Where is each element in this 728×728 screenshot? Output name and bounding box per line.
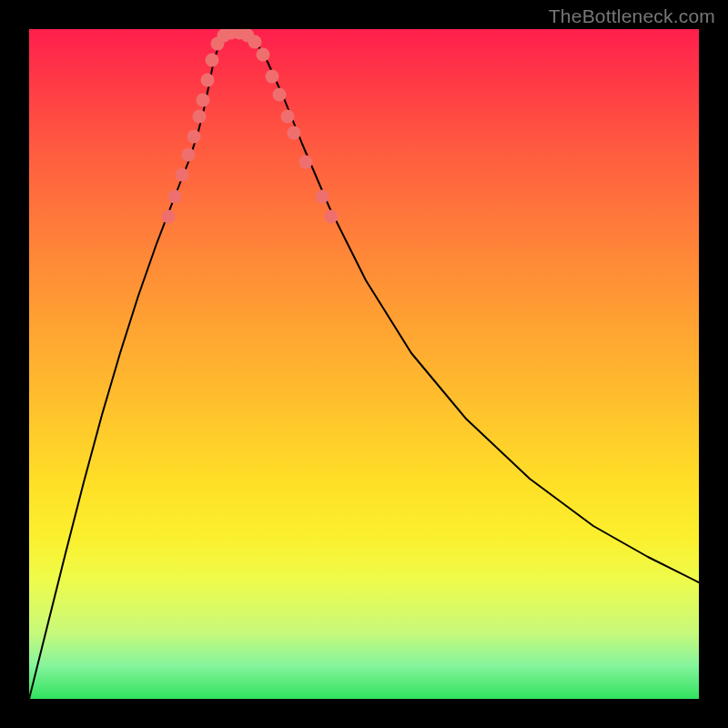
- data-dot: [197, 94, 210, 107]
- data-dot: [266, 70, 279, 84]
- curves-svg: [29, 29, 699, 699]
- data-dot: [299, 156, 313, 169]
- data-dot: [288, 126, 301, 140]
- data-dot: [316, 190, 329, 204]
- watermark-text: TheBottleneck.com: [549, 5, 715, 27]
- data-dot: [325, 210, 339, 224]
- data-dot: [182, 148, 196, 162]
- data-dot: [176, 168, 189, 182]
- data-dot: [281, 110, 295, 124]
- data-dot: [187, 130, 201, 144]
- curve-left-curve: [29, 33, 242, 699]
- plot-area: [29, 29, 699, 699]
- data-dot: [162, 210, 176, 224]
- data-dot: [193, 110, 207, 124]
- data-dot: [273, 88, 287, 102]
- data-dot: [257, 48, 270, 62]
- curve-right-curve: [242, 33, 699, 582]
- chart-frame: TheBottleneck.com: [0, 0, 728, 728]
- data-dot: [168, 190, 182, 204]
- curve-lines: [29, 33, 699, 699]
- curve-dots: [162, 29, 339, 224]
- data-dot: [206, 54, 219, 67]
- data-dot: [248, 35, 262, 49]
- data-dot: [201, 74, 215, 87]
